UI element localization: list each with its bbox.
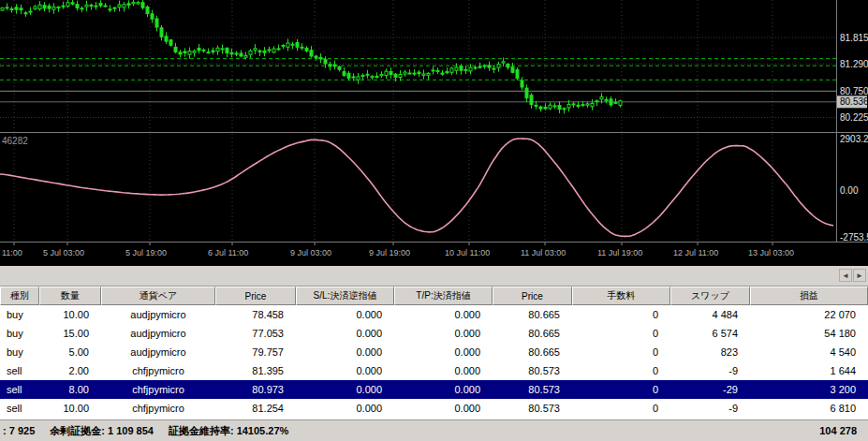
cell-swap: -9 [670, 361, 750, 380]
cell-profit: 4 540 [750, 343, 868, 361]
position-row[interactable]: buy5.00audjpymicro79.7570.0000.00080.665… [0, 343, 868, 361]
time-axis-label: 5 Jul 03:00 [43, 248, 84, 257]
candle-body [1, 8, 4, 11]
candle-body [193, 51, 196, 53]
candle-body [544, 107, 547, 109]
candle-body [315, 56, 317, 58]
indicator-line [0, 139, 833, 236]
column-header-type[interactable]: 種別 [0, 287, 39, 305]
candle-body [268, 50, 271, 51]
candle-body [441, 73, 444, 74]
candle-body [535, 105, 537, 106]
position-row[interactable]: sell2.00chfjpymicro81.3950.0000.00080.57… [0, 361, 868, 380]
candle-body [446, 71, 449, 72]
cell-volume: 8.00 [39, 380, 101, 399]
candle-body [6, 7, 8, 8]
candle-body [137, 3, 140, 5]
column-header-tp[interactable]: T/P:決済指値 [394, 287, 493, 305]
candle-body [76, 5, 79, 8]
price-axis-label: 81.815 [840, 33, 868, 43]
candle-body [95, 6, 97, 7]
cell-volume: 5.00 [39, 343, 101, 361]
candle-body [151, 14, 154, 19]
candle-body [235, 53, 238, 54]
column-header-commission[interactable]: 手数料 [572, 287, 670, 305]
cell-commission: 0 [572, 361, 670, 380]
cell-price_open: 77.053 [215, 324, 296, 343]
positions-table-body: buy10.00audjpymicro78.4580.0000.00080.66… [0, 305, 868, 418]
candle-body [109, 9, 111, 10]
cell-symbol: chfjpymicro [101, 361, 215, 380]
scroll-left-icon[interactable]: ◄ [839, 269, 852, 282]
candle-body [123, 5, 125, 7]
candle-body [329, 65, 331, 66]
cell-type: sell [0, 399, 39, 418]
time-axis-label: 5 Jul 19:00 [125, 248, 167, 257]
column-header-volume[interactable]: 数量 [39, 287, 101, 305]
candle-body [436, 70, 439, 71]
total-profit-text: 104 278 [819, 425, 857, 436]
candle-body [81, 8, 83, 9]
candle-body [511, 67, 514, 73]
candle-body [614, 102, 617, 103]
position-row[interactable]: buy15.00audjpymicro77.0530.0000.00080.66… [0, 324, 868, 343]
candle-body [132, 2, 135, 4]
cell-symbol: chfjpymicro [101, 399, 215, 418]
candle-body [521, 81, 523, 87]
trading-terminal-window: 81.81581.29080.75080.22580.5362903.240.0… [0, 0, 868, 441]
time-axis-label: 9 Jul 19:00 [369, 248, 410, 257]
position-row[interactable]: sell8.00chfjpymicro80.9730.0000.00080.57… [0, 380, 868, 399]
cell-symbol: audjpymicro [101, 343, 215, 361]
candle-body [249, 51, 252, 54]
column-header-price_current[interactable]: Price [493, 287, 572, 305]
candle-body [600, 97, 603, 99]
candle-body [413, 73, 416, 74]
cell-profit: 3 200 [750, 380, 868, 399]
cell-swap: -29 [670, 380, 750, 399]
candle-body [169, 40, 172, 46]
candle-body [258, 51, 261, 51]
cell-swap: 4 484 [670, 305, 750, 324]
free-margin-text: 余剰証拠金: 1 109 854 [50, 424, 154, 438]
cell-price_current: 80.665 [493, 324, 572, 343]
time-axis-label: 6 Jul 11:00 [208, 248, 248, 257]
position-row[interactable]: sell10.00chfjpymicro81.2540.0000.00080.5… [0, 399, 868, 418]
candle-body [596, 101, 598, 102]
candle-body [212, 51, 214, 51]
candle-body [567, 104, 570, 108]
candle-body [207, 52, 210, 53]
column-header-swap[interactable]: スワップ [670, 287, 750, 305]
cell-price_open: 78.458 [215, 305, 296, 324]
cell-sl: 0.000 [296, 324, 394, 343]
chart-panel[interactable]: 81.81581.29080.75080.22580.5362903.240.0… [0, 0, 868, 266]
time-axis-label: 9 Jul 03:00 [290, 248, 331, 257]
column-header-profit[interactable]: 損益 [750, 287, 868, 305]
terminal-scroll-buttons: ◄ ► [839, 269, 866, 282]
cell-price_current: 80.573 [493, 361, 572, 380]
candle-body [474, 67, 477, 68]
cell-tp: 0.000 [394, 361, 493, 380]
cell-price_current: 80.665 [493, 343, 572, 361]
cell-symbol: chfjpymicro [101, 380, 215, 399]
cell-tp: 0.000 [394, 343, 493, 361]
candle-body [15, 7, 18, 9]
scroll-right-icon[interactable]: ► [853, 269, 866, 282]
candle-body [155, 19, 158, 27]
position-row[interactable]: buy10.00audjpymicro78.4580.0000.00080.66… [0, 305, 868, 324]
candle-body [516, 69, 519, 78]
cell-commission: 0 [572, 380, 670, 399]
candle-body [586, 104, 589, 105]
cell-volume: 2.00 [39, 361, 101, 380]
cell-type: sell [0, 380, 39, 399]
candle-body [57, 7, 60, 7]
column-header-sl[interactable]: S/L:決済逆指値 [296, 287, 394, 305]
candle-body [230, 52, 233, 54]
candle-body [282, 45, 285, 46]
time-axis-label: 11:00 [2, 248, 22, 257]
candle-body [263, 51, 266, 52]
cell-tp: 0.000 [394, 305, 493, 324]
candlestick-and-indicator-chart: 81.81581.29080.75080.22580.5362903.240.0… [0, 0, 868, 266]
column-header-price_open[interactable]: Price [215, 287, 296, 305]
column-header-symbol[interactable]: 通貨ペア [101, 287, 215, 305]
candle-body [390, 72, 392, 75]
